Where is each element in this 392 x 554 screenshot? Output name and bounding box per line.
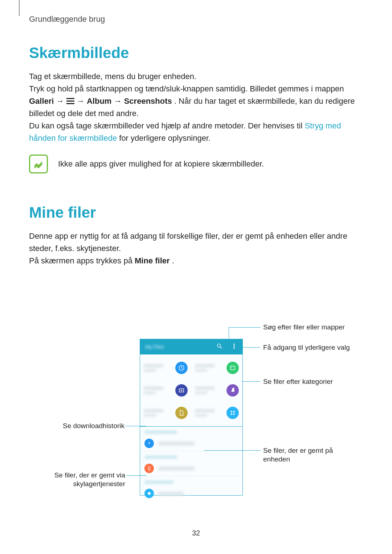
cloud-storage-row[interactable] [140,486,242,501]
breadcrumb: Grundlæggende brug [29,15,356,24]
svg-point-7 [232,367,232,368]
category-grid [140,354,243,427]
row-label-blur [158,442,195,446]
svg-rect-6 [230,366,235,370]
svg-rect-10 [231,411,232,413]
svg-rect-14 [148,467,150,470]
page-number: 32 [0,529,392,537]
cloud-icon [144,489,154,498]
callout-device-storage: Se filer, der er gemt på enheden [263,446,354,464]
callout-cloud-storage: Se filer, der er gemt via skylagertjenes… [38,471,125,488]
leader-line [204,450,261,451]
image-icon [226,362,239,374]
category-recent[interactable] [140,357,191,379]
paragraph-myfiles-1: Denne app er nyttig for at få adgang til… [29,230,356,255]
svg-marker-9 [181,390,183,391]
category-videos[interactable] [140,379,191,402]
phone-mockup: My Files [140,339,243,496]
category-documents[interactable] [140,402,191,424]
category-audio[interactable] [191,379,242,402]
page-frame-line [19,0,21,16]
download-history-row[interactable] [140,436,242,451]
paragraph-3: Du kan også tage skærmbilleder ved hjælp… [29,120,356,144]
heading-screenshot: Skærmbillede [29,44,356,62]
text: . [172,256,174,265]
annotated-screenshot: My Files [38,323,354,501]
leader-line [125,426,146,426]
leader-line [126,475,146,476]
app-title-blur: My Files [145,344,164,350]
hamburger-icon [66,98,74,104]
row-label-blur [158,467,195,471]
music-icon [226,384,239,397]
page-content: Grundlæggende brug Skærmbillede Tag et s… [29,15,356,267]
section-label-cloud [140,476,242,486]
callout-categories: Se filer efter kategorier [263,377,333,386]
text: skylagertjenester [73,480,125,488]
bold-galleri: Galleri [29,97,54,106]
paragraph-1: Tag et skærmbillede, mens du bruger enhe… [29,70,356,83]
device-storage-row[interactable] [140,461,242,476]
text: Du kan også tage skærmbilleder ved hjælp… [29,121,305,130]
text: På skærmen apps trykkes på [29,256,135,265]
callout-download-history: Se downloadhistorik [48,422,124,430]
app-header: My Files [140,339,242,354]
document-icon [175,407,188,419]
svg-rect-11 [233,411,235,413]
svg-rect-15 [148,492,151,495]
leader-line [242,381,260,382]
category-downloads-apps[interactable] [191,402,242,424]
svg-point-0 [217,344,221,347]
arrow-text: → [77,97,87,106]
arrow-text: → [56,97,66,106]
leader-line [238,347,260,348]
callout-search: Søg efter filer eller mapper [263,323,345,332]
svg-point-3 [234,346,235,347]
section-label-download [140,426,242,436]
bold-screenshots: Screenshots [124,97,172,106]
paragraph-myfiles-2: På skærmen apps trykkes på Mine filer . [29,255,356,267]
text: Tryk og hold på startknappen og tænd/slu… [29,84,344,93]
callout-more: Få adgang til yderligere valg [263,343,350,352]
arrow-text: → [114,97,124,106]
note-row: Ikke alle apps giver mulighed for at kop… [29,155,356,173]
svg-rect-12 [231,414,232,415]
svg-point-4 [234,348,235,349]
category-images[interactable] [191,357,242,379]
text: for yderligere oplysninger. [119,134,211,143]
download-icon [144,439,154,448]
phone-storage-icon [144,464,154,473]
bold-mine-filer: Mine filer [135,256,170,265]
bold-album: Album [87,97,111,106]
heading-my-files: Mine filer [29,204,356,221]
more-icon[interactable] [231,343,237,351]
note-text: Ikke alle apps giver mulighed for at kop… [58,158,264,170]
section-label-local [140,451,242,461]
apps-icon [226,407,239,419]
svg-line-1 [220,347,222,349]
search-icon[interactable] [216,343,223,351]
row-label-blur [158,492,184,496]
leader-line [229,327,261,328]
video-icon [175,384,188,397]
svg-point-2 [234,344,235,345]
svg-rect-13 [233,414,235,415]
text: Se filer, der er gemt via [54,471,125,479]
clock-icon [175,362,188,374]
note-icon [29,155,48,173]
leader-line [229,327,229,345]
paragraph-2: Tryk og hold på startknappen og tænd/slu… [29,83,356,120]
